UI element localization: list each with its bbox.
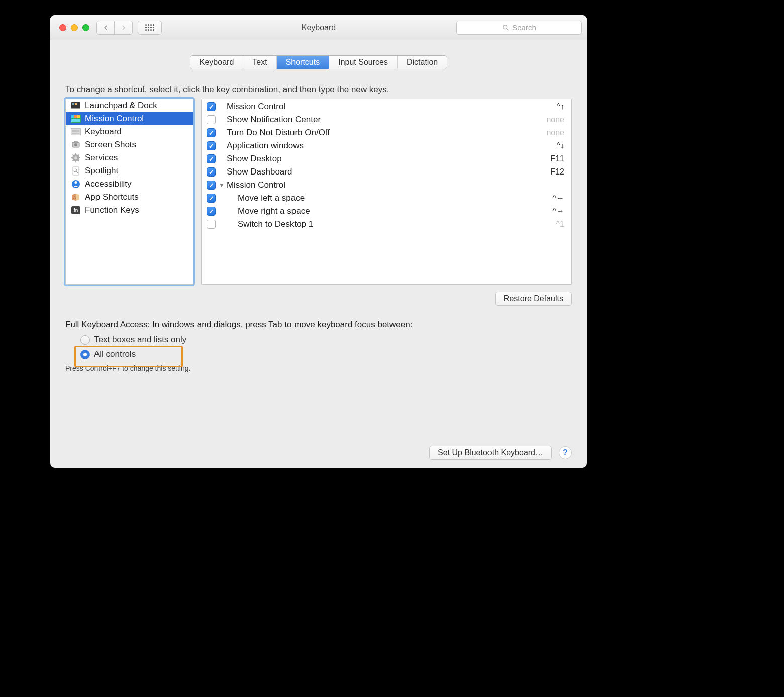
back-button[interactable] — [96, 21, 115, 35]
fka-option-all-controls[interactable]: All controls — [77, 347, 218, 361]
zoom-window-button[interactable] — [82, 24, 89, 31]
category-app-shortcuts[interactable]: AApp Shortcuts — [66, 191, 193, 204]
shortcut-key[interactable]: F11 — [550, 154, 564, 163]
category-launchpad-dock[interactable]: Launchpad & Dock — [66, 99, 193, 112]
shortcut-row[interactable]: Turn Do Not Disturb On/Offnone — [202, 126, 571, 139]
category-screen-shots[interactable]: Screen Shots — [66, 138, 193, 151]
search-placeholder: Search — [512, 23, 536, 32]
shortcut-row[interactable]: Application windows^↓ — [202, 139, 571, 152]
shortcut-key[interactable]: none — [546, 115, 564, 124]
shortcut-key[interactable]: ^1 — [556, 220, 564, 229]
shortcut-list[interactable]: Mission Control^↑Show Notification Cente… — [201, 99, 572, 285]
shortcut-row[interactable]: Move right a space^→ — [202, 205, 571, 218]
tab-input-sources[interactable]: Input Sources — [329, 56, 398, 69]
shortcut-label: Move right a space — [238, 206, 552, 216]
shortcut-key[interactable]: ^↓ — [556, 141, 564, 150]
shortcut-checkbox[interactable] — [207, 115, 216, 124]
category-label: Launchpad & Dock — [85, 101, 157, 111]
category-icon: A — [71, 193, 81, 202]
grid-icon — [145, 24, 154, 31]
category-services[interactable]: Services — [66, 151, 193, 164]
shortcut-group-label[interactable]: ▼Mission Control — [219, 180, 564, 190]
category-list[interactable]: Launchpad & DockMission ControlKeyboardS… — [65, 99, 193, 285]
tab-text[interactable]: Text — [243, 56, 276, 69]
preferences-window: Keyboard Search KeyboardTextShortcutsInp… — [50, 15, 587, 468]
category-keyboard[interactable]: Keyboard — [66, 125, 193, 138]
svg-rect-4 — [75, 103, 77, 105]
restore-defaults-button[interactable]: Restore Defaults — [495, 292, 572, 306]
category-label: Services — [85, 153, 118, 163]
shortcut-checkbox[interactable] — [207, 194, 216, 203]
svg-line-24 — [73, 155, 74, 156]
tab-bar: KeyboardTextShortcutsInput SourcesDictat… — [65, 55, 572, 69]
lists-container: Launchpad & DockMission ControlKeyboardS… — [65, 99, 572, 285]
show-all-button[interactable] — [138, 21, 162, 35]
shortcut-row[interactable]: Switch to Desktop 1^1 — [202, 218, 571, 231]
shortcut-row[interactable]: Show Notification Centernone — [202, 113, 571, 126]
radio-icon — [80, 335, 90, 345]
svg-text:A: A — [73, 195, 76, 200]
minimize-window-button[interactable] — [71, 24, 78, 31]
category-spotlight[interactable]: Spotlight — [66, 164, 193, 178]
shortcut-label: Show Notification Center — [227, 115, 546, 125]
svg-point-16 — [74, 143, 77, 146]
svg-rect-10 — [71, 119, 80, 122]
bluetooth-keyboard-button[interactable]: Set Up Bluetooth Keyboard… — [429, 446, 552, 460]
category-label: Spotlight — [85, 166, 118, 176]
shortcut-key[interactable]: ^→ — [552, 207, 564, 216]
instruction-text: To change a shortcut, select it, click t… — [65, 84, 572, 95]
svg-line-26 — [73, 160, 74, 161]
svg-rect-7 — [71, 115, 74, 118]
svg-point-32 — [75, 181, 77, 184]
shortcut-checkbox[interactable] — [207, 220, 216, 229]
shortcut-key[interactable]: F12 — [550, 167, 564, 177]
shortcut-row[interactable]: Show DesktopF11 — [202, 152, 571, 165]
shortcut-label: Application windows — [227, 141, 556, 151]
category-icon: fn — [71, 206, 81, 215]
tab-dictation[interactable]: Dictation — [398, 56, 447, 69]
footer: Set Up Bluetooth Keyboard… ? — [65, 446, 572, 460]
shortcut-checkbox[interactable] — [207, 102, 216, 111]
radio-icon — [80, 350, 90, 359]
tab-keyboard[interactable]: Keyboard — [190, 56, 244, 69]
shortcut-checkbox[interactable] — [207, 167, 216, 177]
category-accessibility[interactable]: Accessibility — [66, 178, 193, 191]
shortcut-checkbox[interactable] — [207, 181, 216, 190]
svg-line-1 — [507, 28, 509, 30]
shortcut-row[interactable]: Mission Control^↑ — [202, 100, 571, 113]
svg-text:fn: fn — [74, 208, 78, 213]
shortcut-checkbox[interactable] — [207, 141, 216, 150]
category-label: Accessibility — [85, 179, 132, 189]
category-function-keys[interactable]: fnFunction Keys — [66, 204, 193, 217]
shortcut-row[interactable]: Move left a space^← — [202, 192, 571, 205]
category-label: Mission Control — [85, 114, 144, 124]
category-icon — [71, 114, 81, 123]
forward-button[interactable] — [115, 21, 133, 35]
svg-point-19 — [74, 156, 77, 159]
fka-option-text-boxes[interactable]: Text boxes and lists only — [77, 333, 218, 347]
shortcut-row[interactable]: Show DashboardF12 — [202, 165, 571, 179]
category-icon — [71, 180, 81, 189]
body: KeyboardTextShortcutsInput SourcesDictat… — [50, 40, 587, 468]
shortcut-key[interactable]: none — [546, 128, 564, 137]
svg-rect-17 — [74, 141, 77, 143]
shortcut-key[interactable]: ^← — [552, 194, 564, 203]
shortcut-checkbox[interactable] — [207, 207, 216, 216]
shortcut-checkbox[interactable] — [207, 154, 216, 163]
titlebar: Keyboard Search — [50, 15, 587, 40]
category-label: Keyboard — [85, 127, 122, 137]
category-icon — [71, 101, 81, 110]
shortcut-key[interactable]: ^↑ — [556, 102, 564, 111]
shortcut-label: Turn Do Not Disturb On/Off — [227, 128, 546, 138]
close-window-button[interactable] — [59, 24, 66, 31]
search-icon — [502, 24, 509, 31]
help-button[interactable]: ? — [559, 446, 572, 459]
svg-rect-8 — [74, 115, 77, 118]
tab-shortcuts[interactable]: Shortcuts — [277, 56, 330, 69]
category-icon — [71, 166, 81, 176]
shortcut-checkbox[interactable] — [207, 128, 216, 137]
search-input[interactable]: Search — [456, 21, 582, 35]
category-mission-control[interactable]: Mission Control — [66, 112, 193, 125]
shortcut-row[interactable]: ▼Mission Control — [202, 179, 571, 192]
svg-rect-2 — [71, 102, 80, 108]
